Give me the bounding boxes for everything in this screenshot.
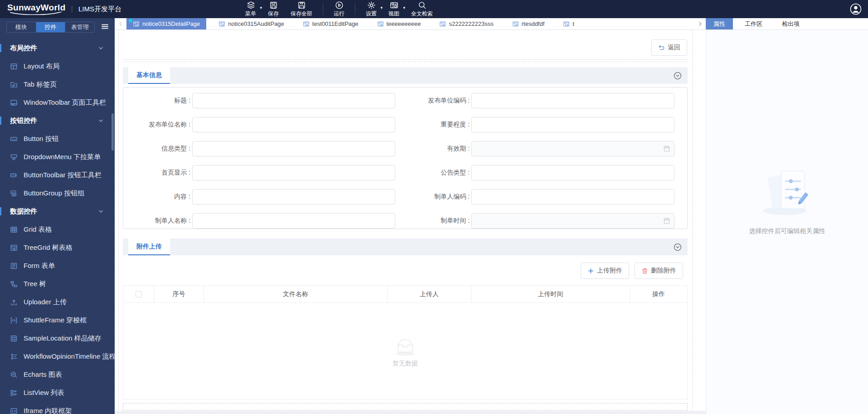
basic-info-form: 标题发布单位编码发布单位名称重要程度信息类型有效期首页显示公告类型内容制单人编码… — [123, 87, 688, 229]
layout-icon — [10, 63, 18, 70]
sidebar-item-button[interactable]: BTNButton 按钮 — [0, 130, 115, 148]
page-tab[interactable]: test0011EditPage — [296, 18, 365, 29]
tab-icon — [10, 81, 18, 88]
tabs-scroll-right-icon[interactable] — [694, 18, 706, 29]
toolbar-layers-button[interactable]: 菜单▾ — [239, 0, 262, 18]
user-avatar[interactable] — [850, 3, 862, 15]
toolbar-save-all-button[interactable]: 保存全部 — [285, 0, 318, 18]
sidebar-item-workflow-timeline[interactable]: WorkflowOpinionTimeline 流程时间轴 — [0, 347, 115, 365]
field-input-首页显示[interactable] — [192, 165, 395, 180]
collapse-icon[interactable] — [674, 243, 682, 251]
right-panel-tabs: 属性工作区检出项 — [706, 18, 811, 29]
header-toolbar: 菜单▾保存保存全部运行设置▾视图▾全文检索 — [239, 0, 439, 18]
hamburger-icon[interactable] — [101, 22, 109, 32]
field-input-信息类型[interactable] — [192, 141, 395, 156]
toolbar-save-button[interactable]: 保存 — [262, 0, 285, 18]
delete-attachment-button[interactable]: 删除附件 — [635, 263, 683, 279]
toolbar-label: 菜单 — [245, 10, 256, 18]
sidebar-item-dropdown-menu[interactable]: DropdownMenu 下拉菜单 — [0, 148, 115, 166]
undo-icon — [658, 44, 665, 51]
toolbar-run-button[interactable]: 运行 — [328, 0, 350, 18]
page-tab[interactable]: rtesddfdf — [506, 18, 551, 29]
sidebar-item-layout[interactable]: Layout 布局 — [0, 57, 115, 75]
field-label: 发布单位编码 — [412, 97, 471, 105]
properties-panel: 选择控件后可编辑相关属性 — [706, 30, 868, 414]
workflow-timeline-icon — [10, 353, 18, 360]
sidebar-item-form[interactable]: Form 表单 — [0, 257, 115, 275]
page-tab[interactable]: teeeeeeeeee — [371, 18, 427, 29]
field-input-制单人编码[interactable] — [471, 189, 674, 205]
field-label: 重要程度 — [412, 121, 471, 129]
sidebar-group-header[interactable]: 按钮控件 — [0, 112, 115, 130]
form-field: 发布单位编码 — [412, 93, 674, 108]
sidebar-item-button-toolbar[interactable]: BTNButtonToolbar 按钮工具栏 — [0, 166, 115, 184]
echarts-icon — [10, 371, 18, 379]
field-input-制单时间[interactable] — [471, 213, 674, 229]
toolbar-search-button[interactable]: 全文检索 — [405, 0, 439, 18]
field-label: 制单人名称 — [132, 217, 192, 225]
toolbar-label: 运行 — [334, 10, 344, 18]
sidebar-item-tree-grid[interactable]: TreeGrid 树表格 — [0, 239, 115, 257]
sidebar-item-tab[interactable]: Tab 标签页 — [0, 75, 115, 93]
panel-tab-工作区[interactable]: 工作区 — [737, 18, 770, 29]
sidebar-item-shuttle-frame[interactable]: ShuttleFrame 穿梭框 — [0, 311, 115, 329]
field-input-标题[interactable] — [192, 93, 395, 108]
field-input-发布单位编码[interactable] — [471, 93, 674, 108]
form-field: 首页显示 — [132, 165, 395, 180]
field-input-公告类型[interactable] — [471, 165, 674, 180]
app-logo[interactable]: SunwayWorld — [7, 3, 66, 15]
sidebar-item-uploader[interactable]: Uploader 上传 — [0, 293, 115, 311]
sidebar-item-label: ButtonGroup 按钮组 — [24, 189, 84, 198]
sidebar-item-list-view[interactable]: ListView 列表 — [0, 384, 115, 402]
sidebar-tab-模块[interactable]: 模块 — [7, 22, 36, 32]
sidebar-item-label: Uploader 上传 — [24, 298, 67, 307]
field-label: 制单时间 — [412, 217, 471, 225]
sidebar-item-label: Iframe 内联框架 — [24, 407, 72, 414]
sidebar-item-window-toolbar[interactable]: WindowToolbar 页面工具栏 — [0, 93, 115, 112]
field-input-wrap — [192, 189, 395, 205]
page-toolbar-row: 返回 — [123, 30, 688, 60]
tabs-scroll-left-icon[interactable] — [115, 18, 126, 29]
page-tab[interactable]: notice0315DetailPage — [126, 18, 206, 29]
panel-tab-检出项[interactable]: 检出项 — [774, 18, 807, 29]
collapse-icon[interactable] — [674, 72, 682, 80]
field-input-内容[interactable] — [192, 189, 395, 205]
sidebar-item-echarts[interactable]: Echarts 图表 — [0, 365, 115, 384]
field-input-制单人名称[interactable] — [192, 213, 395, 229]
sidebar-tab-表管理[interactable]: 表管理 — [65, 22, 94, 32]
sidebar-item-iframe[interactable]: Iframe 内联框架 — [0, 402, 115, 414]
field-input-有效期[interactable] — [471, 141, 674, 156]
sidebar-item-tree[interactable]: Tree 树 — [0, 275, 115, 293]
page-tab-label: notice0315DetailPage — [142, 20, 200, 27]
sidebar-group-header[interactable]: 数据控件 — [0, 202, 115, 220]
sidebar-item-sample-location[interactable]: SampleLocation 样品储存 — [0, 329, 115, 347]
toolbar-gear-button[interactable]: 设置▾ — [360, 0, 383, 18]
page-tab[interactable]: t — [557, 18, 581, 29]
sidebar-group-header[interactable]: 布局控件 — [0, 39, 115, 57]
sidebar-item-label: Grid 表格 — [24, 225, 52, 234]
form-field: 公告类型 — [412, 165, 674, 180]
attachments-table-header: 序号文件名称上传人上传时间操作 — [123, 286, 687, 303]
upload-attachment-button[interactable]: 上传附件 — [581, 263, 629, 279]
basic-info-tab[interactable]: 基本信息 — [128, 67, 170, 84]
select-all-checkbox[interactable] — [136, 291, 142, 297]
panel-tab-属性[interactable]: 属性 — [706, 18, 733, 29]
toolbar-view-button[interactable]: 视图▾ — [383, 0, 405, 18]
logo-text: SunwayWorld — [7, 3, 66, 12]
page-icon — [218, 21, 225, 27]
page-tab[interactable]: notice0315AuditPage — [212, 18, 291, 29]
field-input-发布单位名称[interactable] — [192, 117, 395, 132]
back-button[interactable]: 返回 — [651, 39, 687, 56]
sidebar-tab-控件[interactable]: 控件 — [36, 22, 65, 32]
sidebar-item-button-group[interactable]: BTNButtonGroup 按钮组 — [0, 184, 115, 202]
column-header-上传人: 上传人 — [388, 286, 471, 303]
sidebar-scrollbar[interactable] — [112, 113, 114, 151]
sidebar-item-grid[interactable]: Grid 表格 — [0, 220, 115, 239]
page-icon — [563, 21, 570, 27]
attachments-tab[interactable]: 附件上传 — [128, 239, 170, 255]
field-input-重要程度[interactable] — [471, 117, 674, 132]
logo-swoosh-icon — [10, 12, 63, 15]
select-all-cell — [123, 286, 154, 303]
page-tab[interactable]: s2222222223sss — [433, 18, 499, 29]
toolbar-divider — [323, 3, 323, 15]
